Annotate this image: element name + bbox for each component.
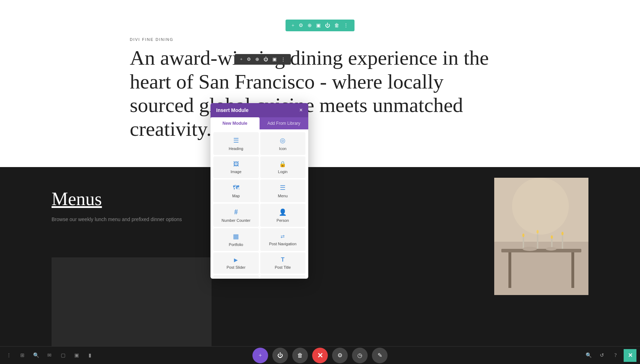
module-post-navigation[interactable]: ⇄ Post Navigation — [260, 228, 306, 251]
module-post-navigation-label: Post Navigation — [269, 242, 297, 246]
svg-point-14 — [546, 247, 556, 251]
add-inline-icon[interactable]: + — [238, 56, 244, 63]
tab-new-module[interactable]: New Module — [210, 117, 260, 129]
module-image-label: Image — [230, 170, 241, 174]
module-post-slider[interactable]: ▶ Post Slider — [213, 252, 259, 274]
modal-close-button[interactable]: × — [299, 107, 303, 113]
module-heading-label: Heading — [229, 146, 243, 151]
post-title-icon: T — [281, 257, 284, 263]
module-search[interactable]: 🔍 Search — [260, 275, 306, 279]
bottom-bar-center: + ⏻ 🗑 ✕ ⚙ ◷ ✎ — [252, 348, 388, 363]
search-bottom-icon[interactable]: 🔍 — [31, 350, 41, 361]
icon-module-icon: ◎ — [280, 136, 286, 144]
module-heading[interactable]: ☰ Heading — [213, 132, 259, 155]
menus-title: Menus — [52, 188, 196, 209]
bottom-area: Menus Browse our weekly lunch menu and p… — [0, 167, 640, 364]
power-icon[interactable]: ⏻ — [323, 22, 332, 29]
settings-icon[interactable]: ⚙ — [297, 22, 305, 29]
person-icon: 👤 — [279, 208, 287, 216]
hero-text: An award-winning dining experience in th… — [130, 46, 510, 141]
module-map-label: Map — [232, 194, 240, 198]
grid-inline-icon[interactable]: ▣ — [271, 56, 278, 63]
svg-point-9 — [522, 234, 524, 237]
close-center-button[interactable]: ✕ — [312, 348, 328, 363]
svg-point-12 — [561, 232, 564, 235]
svg-rect-3 — [508, 252, 511, 288]
svg-rect-8 — [562, 235, 563, 249]
module-post-title[interactable]: T Post Title — [260, 252, 306, 274]
site-label: DIVI FINE DINING — [130, 37, 174, 42]
module-number-counter[interactable]: # Number Counter — [213, 204, 259, 227]
power-inline-icon[interactable]: ⏻ — [262, 56, 270, 63]
menus-subtitle: Browse our weekly lunch menu and prefixe… — [52, 216, 196, 222]
settings-inline-icon[interactable]: ⚙ — [245, 56, 253, 63]
table-image — [494, 178, 588, 295]
duplicate-inline-icon[interactable]: ⊕ — [254, 56, 261, 63]
heading-icon: ☰ — [233, 136, 239, 144]
grid-icon[interactable]: ▣ — [314, 22, 322, 29]
more-inline-icon[interactable]: ⋮ — [279, 56, 287, 63]
login-icon: 🔒 — [279, 161, 286, 167]
module-pricing-tables[interactable]: ▦ Pricing Tables — [213, 275, 259, 279]
map-icon: 🗺 — [233, 184, 239, 192]
mobile-icon[interactable]: ▮ — [85, 350, 95, 361]
more-menu-icon[interactable]: ⋮ — [4, 350, 14, 361]
top-area: + ⚙ ⊕ ▣ ⏻ 🗑 ⋮ DIVI FINE DINING + ⚙ ⊕ ⏻ ▣… — [0, 0, 640, 167]
module-post-slider-label: Post Slider — [226, 265, 245, 269]
menu-icon: ☰ — [280, 184, 286, 192]
module-map[interactable]: 🗺 Map — [213, 180, 259, 202]
modal-title: Insert Module — [216, 107, 249, 113]
grid-view-icon[interactable]: ⊞ — [17, 350, 28, 361]
module-number-counter-label: Number Counter — [222, 218, 250, 223]
refresh-icon[interactable]: ↺ — [597, 350, 607, 361]
module-menu[interactable]: ☰ Menu — [260, 180, 306, 202]
number-counter-icon: # — [234, 208, 238, 216]
modal-header: Insert Module × — [210, 103, 308, 117]
module-portfolio[interactable]: ▦ Portfolio — [213, 228, 259, 251]
desktop-icon[interactable]: ▢ — [58, 350, 68, 361]
svg-rect-2 — [501, 249, 581, 252]
tab-add-from-library[interactable]: Add From Library — [260, 117, 309, 129]
image-icon: 🖼 — [233, 161, 239, 167]
module-icon[interactable]: ◎ Icon — [260, 132, 306, 155]
search-right-icon[interactable]: 🔍 — [583, 350, 594, 361]
svg-point-13 — [523, 247, 537, 251]
svg-rect-5 — [523, 236, 524, 249]
add-center-button[interactable]: + — [252, 348, 268, 363]
module-menu-label: Menu — [278, 194, 288, 198]
svg-point-15 — [512, 178, 569, 235]
table-image-container — [494, 178, 588, 295]
module-image[interactable]: 🖼 Image — [213, 156, 259, 178]
post-slider-icon: ▶ — [234, 257, 238, 263]
settings-center-button[interactable]: ⚙ — [332, 348, 348, 363]
power-center-button[interactable]: ⏻ — [272, 348, 288, 363]
svg-rect-6 — [537, 233, 538, 249]
edit-center-button[interactable]: ✎ — [372, 348, 388, 363]
modal-tabs: New Module Add From Library — [210, 117, 308, 129]
top-toolbar: + ⚙ ⊕ ▣ ⏻ 🗑 ⋮ — [286, 20, 354, 31]
history-center-button[interactable]: ◷ — [352, 348, 368, 363]
svg-rect-4 — [571, 252, 574, 288]
module-login[interactable]: 🔒 Login — [260, 156, 306, 178]
module-person[interactable]: 👤 Person — [260, 204, 306, 227]
more-icon[interactable]: ⋮ — [342, 22, 350, 29]
tablet-icon[interactable]: ▣ — [71, 350, 82, 361]
module-login-label: Login — [278, 170, 288, 174]
exit-button[interactable]: ✕ — [624, 349, 636, 362]
duplicate-icon[interactable]: ⊕ — [306, 22, 314, 29]
mail-icon[interactable]: ✉ — [44, 350, 55, 361]
add-icon[interactable]: + — [290, 22, 296, 29]
delete-center-button[interactable]: 🗑 — [292, 348, 308, 363]
bottom-bar: ⋮ ⊞ 🔍 ✉ ▢ ▣ ▮ + ⏻ 🗑 ✕ ⚙ ◷ ✎ 🔍 ↺ ? ✕ — [0, 346, 640, 364]
inline-toolbar: + ⚙ ⊕ ⏻ ▣ ⋮ — [235, 54, 291, 65]
help-icon[interactable]: ? — [610, 350, 621, 361]
module-icon-label: Icon — [279, 146, 287, 151]
insert-module-modal: Insert Module × New Module Add From Libr… — [210, 103, 308, 279]
modal-container: Insert Module × New Module Add From Libr… — [210, 103, 308, 279]
bottom-bar-right: 🔍 ↺ ? ✕ — [583, 349, 636, 362]
modal-module-grid: ☰ Heading ◎ Icon 🖼 Image 🔒 Login 🗺 Map ☰ — [210, 129, 308, 279]
delete-icon[interactable]: 🗑 — [332, 22, 341, 29]
module-person-label: Person — [277, 218, 289, 223]
bottom-bar-left: ⋮ ⊞ 🔍 ✉ ▢ ▣ ▮ — [4, 350, 95, 361]
module-portfolio-label: Portfolio — [229, 242, 243, 247]
